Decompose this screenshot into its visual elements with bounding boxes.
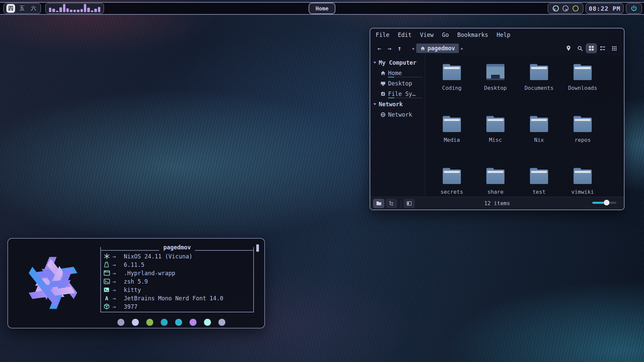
up-button[interactable]: ↑: [394, 44, 405, 52]
palette-dot-5: [175, 319, 182, 326]
audio-visualizer: [45, 3, 104, 14]
fastfetch-rows: →NixOS 24.11 (Vicuna)→6.11.5→.Hyprland-w…: [104, 252, 223, 311]
folder-repos[interactable]: repos: [561, 109, 604, 161]
sidebar-item-label: Home: [388, 70, 402, 76]
folder-name: vimwiki: [571, 189, 594, 195]
file-manager-window: FileEditViewGoBookmarksHelp ← → ↑ ◂ page…: [370, 28, 625, 210]
search-icon[interactable]: [574, 43, 586, 53]
folder-misc[interactable]: Misc: [474, 109, 517, 161]
visualizer-bar: [52, 9, 55, 12]
workspace-2[interactable]: 五: [18, 4, 26, 13]
visualizer-bar: [77, 10, 79, 12]
breadcrumb-prev-icon[interactable]: ◂: [410, 46, 416, 51]
sidebar-item-desktop[interactable]: Desktop: [370, 78, 425, 88]
compact-view-icon[interactable]: [608, 43, 620, 53]
back-button[interactable]: ←: [374, 45, 384, 52]
location-pin-icon[interactable]: [563, 43, 574, 53]
places-pane-button[interactable]: [373, 199, 384, 208]
memory-gauge-icon: [562, 5, 569, 12]
folder-coding[interactable]: Coding: [430, 57, 474, 109]
visualizer-bar: [98, 7, 100, 12]
sidebar-item-filesy[interactable]: File Sy…: [370, 88, 425, 99]
arrow-icon: →: [112, 278, 124, 285]
visualizer-bar: [80, 9, 83, 12]
active-window-title-label: Home: [316, 5, 329, 12]
fastfetch-value: zsh 5.9: [124, 278, 148, 285]
folder-icon: [530, 168, 548, 184]
workspace-1[interactable]: 四: [6, 4, 15, 13]
arrow-icon: →: [112, 261, 124, 268]
menu-file[interactable]: File: [376, 32, 389, 38]
sidebar-item-network[interactable]: Network: [370, 109, 425, 120]
visualizer-bar: [63, 4, 65, 12]
sidebar-item-label: File Sy…: [388, 90, 416, 97]
workspace-switcher[interactable]: 四五六: [3, 3, 41, 14]
chevron-down-icon: [373, 61, 377, 64]
home-icon: [380, 70, 386, 76]
sidebar-item-home[interactable]: Home: [370, 68, 425, 78]
side-pane: My ComputerHomeDesktopFile Sy…NetworkNet…: [370, 55, 425, 197]
sidebar-item-label: Network: [388, 111, 412, 118]
zoom-slider-knob[interactable]: [604, 200, 609, 205]
terminal-scrollbar[interactable]: [256, 244, 259, 252]
terminal-color-palette: [117, 319, 225, 326]
visualizer-bar: [84, 4, 86, 12]
fastfetch-row: →6.11.5: [104, 260, 223, 269]
folder-downloads[interactable]: Downloads: [561, 57, 604, 109]
folder-name: Downloads: [568, 85, 597, 91]
icon-view-icon[interactable]: [586, 43, 597, 53]
list-view-icon[interactable]: [597, 43, 608, 53]
menu-bookmarks[interactable]: Bookmarks: [457, 32, 488, 38]
status-separator: [401, 200, 401, 207]
disk-gauge-icon: [572, 5, 579, 12]
file-manager-body: My ComputerHomeDesktopFile Sy…NetworkNet…: [370, 55, 624, 197]
folder-name: share: [487, 189, 503, 195]
folder-icon: [443, 168, 461, 184]
shell-prompt-icon: [104, 279, 112, 284]
breadcrumb: ◂ pagedmov ▸: [410, 44, 465, 53]
penguin-icon: [104, 261, 112, 268]
sidebar-section-network[interactable]: Network: [370, 99, 425, 109]
toggle-sidepane-button[interactable]: [404, 199, 415, 208]
terminal-window[interactable]: pagedmov →NixOS 24.11 (Vicuna)→6.11.5→.H…: [7, 238, 265, 328]
workspace-3[interactable]: 六: [29, 4, 38, 13]
clock: 08:22 PM: [586, 3, 624, 14]
folder-name: Nix: [534, 137, 544, 143]
folder-grid: CodingDesktopDocumentsDownloadsMediaMisc…: [430, 57, 604, 210]
system-gauges[interactable]: [548, 3, 583, 14]
folder-name: Misc: [489, 137, 502, 143]
arrow-icon: →: [112, 270, 124, 277]
sidebar-section-my-computer[interactable]: My Computer: [370, 57, 425, 68]
palette-dot-6: [190, 319, 197, 326]
power-button[interactable]: [626, 3, 642, 14]
visualizer-bar: [59, 7, 62, 12]
tree-pane-icon: [389, 201, 394, 206]
folder-media[interactable]: Media: [430, 109, 474, 161]
menu-go[interactable]: Go: [442, 32, 449, 38]
top-bar: 四五六 Home 08:22 PM: [0, 2, 644, 15]
breadcrumb-segment-home[interactable]: pagedmov: [416, 44, 459, 53]
nixos-logo: [23, 247, 83, 319]
folder-name: test: [533, 189, 546, 195]
globe-icon: [380, 112, 386, 117]
visualizer-bar: [91, 10, 93, 12]
folder-documents[interactable]: Documents: [517, 57, 561, 109]
menu-view[interactable]: View: [420, 32, 434, 38]
visualizer-bar: [70, 10, 72, 12]
tree-pane-button[interactable]: [386, 199, 397, 208]
fastfetch-value: 6.11.5: [124, 261, 144, 268]
menu-edit[interactable]: Edit: [398, 32, 412, 38]
desktop-folder-icon: [486, 64, 504, 80]
menu-help[interactable]: Help: [496, 32, 510, 38]
forward-button[interactable]: →: [384, 45, 394, 52]
folder-nix[interactable]: Nix: [517, 109, 561, 161]
fastfetch-value: 3977: [124, 303, 138, 310]
folder-icon: [443, 64, 461, 80]
zoom-slider[interactable]: [592, 202, 616, 204]
window-icon: [104, 270, 112, 276]
fastfetch-row: →zsh 5.9: [104, 277, 223, 286]
cpu-gauge-icon: [552, 5, 559, 12]
folder-desktop[interactable]: Desktop: [474, 57, 517, 109]
visualizer-bar: [87, 8, 90, 12]
breadcrumb-next-icon[interactable]: ▸: [459, 46, 465, 51]
